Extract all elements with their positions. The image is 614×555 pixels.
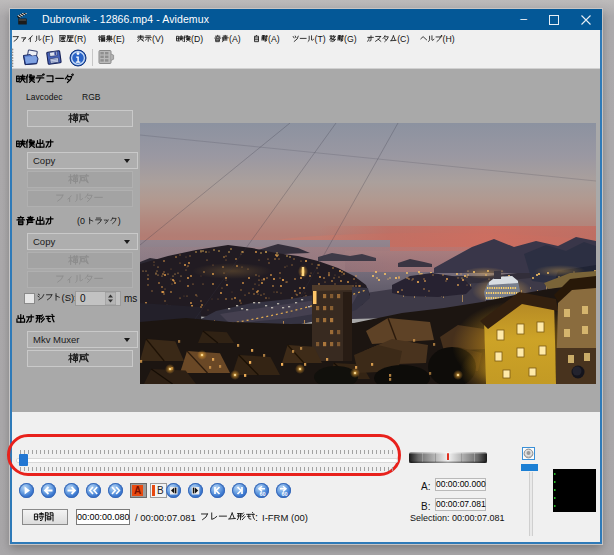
svg-text:): ) [118,216,121,226]
svg-text:(G): (G) [344,34,357,44]
svg-text:(C): (C) [397,34,409,44]
svg-text:(E): (E) [113,34,125,44]
svg-text:60: 60 [259,491,265,497]
svg-text:(D): (D) [191,34,203,44]
svg-text:(F): (F) [42,34,53,44]
svg-text:(0: (0 [77,216,85,226]
svg-text:60: 60 [281,491,287,497]
svg-text:(V): (V) [152,34,164,44]
svg-text::: : [255,511,258,523]
svg-text:(R): (R) [74,34,86,44]
svg-text:(A): (A) [268,34,280,44]
svg-text:(A): (A) [229,34,241,44]
svg-text:(T): (T) [315,34,326,44]
svg-text:(H): (H) [443,34,455,44]
